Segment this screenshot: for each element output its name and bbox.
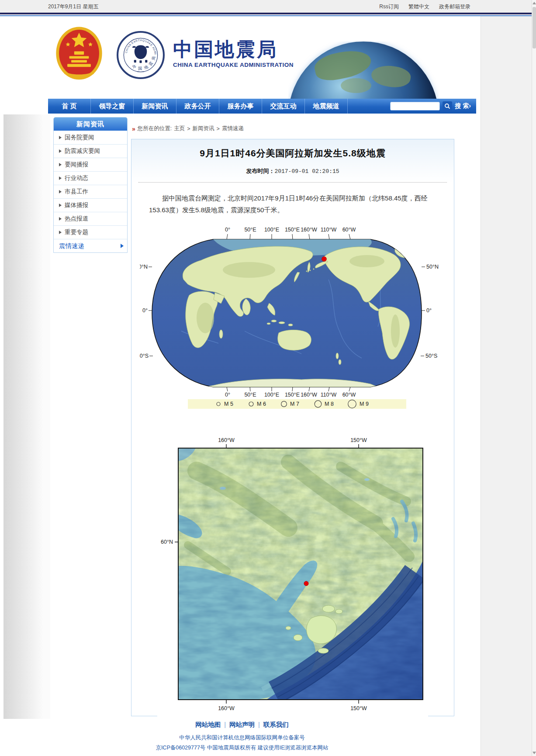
search-input[interactable] (390, 102, 440, 110)
legend-label: M 7 (290, 401, 299, 407)
footer-links: 网站地图|网站声明|联系我们 (3, 721, 481, 729)
nav-news[interactable]: 新闻资讯 (134, 99, 176, 114)
search-icon (444, 103, 450, 109)
lon-label: 0° (225, 392, 230, 398)
nav-search-area: 搜 索› (390, 99, 476, 114)
arrow-right-icon (59, 231, 62, 234)
site-title-cn: 中国地震局 (173, 39, 294, 60)
article-panel: 9月1日1时46分美国阿拉斯加发生5.8级地震 发布时间：2017-09-01 … (131, 139, 454, 716)
lon-label: 100°E (264, 392, 279, 398)
site-brand: 中国地震局 CHINA EARTHQUAKE ADMINISTRATION (173, 39, 294, 68)
lat-label: 50°N (426, 264, 439, 270)
legend-label: M 8 (325, 401, 334, 407)
publish-time: 2017-09-01 02:20:15 (274, 168, 339, 175)
sidebar-item-important-topics[interactable]: 重要专题 (54, 225, 127, 239)
breadcrumb: » 您所在的位置: 主页 > 新闻资讯 > 震情速递 (132, 125, 244, 132)
vertical-scrollbar[interactable] (532, 0, 536, 756)
lat-label: 50°S (140, 353, 149, 359)
lon-label: 160°W (218, 705, 235, 711)
nav-earthquake-channel[interactable]: 地震频道 (305, 99, 348, 114)
world-map-bottom-axis: 0° 50°E 100°E 150°E 160°W 110°W 60°W (225, 387, 356, 398)
region-map-svg: 160°W 150°W (157, 436, 428, 720)
rss-link[interactable]: Rss订阅 (379, 3, 399, 10)
arrow-right-icon (59, 149, 62, 153)
breadcrumb-separator: > (187, 126, 190, 132)
footer-statement-link[interactable]: 网站声明 (229, 721, 255, 728)
sidebar-item-label: 国务院要闻 (65, 134, 94, 142)
publish-label: 发布时间： (246, 168, 274, 174)
magnitude-legend: M 5 M 6 M 7 M 8 M 9 (188, 399, 406, 409)
sidebar-item-label: 热点报道 (65, 215, 88, 223)
sidebar-news: 新闻资讯 国务院要闻 防震减灾要闻 要闻播报 行业动态 市县工作 媒体播报 热点… (53, 117, 128, 253)
nav-gov-affairs[interactable]: 政务公开 (176, 99, 219, 114)
legend-label: M 5 (224, 401, 233, 407)
sidebar-item-disaster-reduction-news[interactable]: 防震减灾要闻 (54, 144, 127, 158)
footer-sitemap-link[interactable]: 网站地图 (195, 721, 221, 728)
sidebar-item-label: 行业动态 (65, 174, 88, 182)
sidebar-item-state-council-news[interactable]: 国务院要闻 (54, 131, 127, 144)
site-header: CHINA EARTHQUAKE ADMINISTRATION 中国地震局 中国… (3, 16, 481, 99)
search-label[interactable]: 搜 索› (455, 102, 471, 110)
lon-label: 50°E (244, 227, 256, 233)
regional-epicenter-map: 160°W 150°W (157, 436, 428, 721)
lon-label: 110°W (321, 392, 337, 398)
main-nav: 首 页 领导之窗 新闻资讯 政务公开 服务办事 交流互动 地震频道 搜 索› (48, 99, 476, 114)
article-header: 9月1日1时46分美国阿拉斯加发生5.8级地震 发布时间：2017-09-01 … (131, 139, 454, 183)
right-gutter (481, 16, 532, 756)
national-emblem (55, 26, 104, 82)
arrow-right-icon (59, 136, 62, 139)
scroll-up-icon[interactable] (533, 2, 536, 4)
arrow-right-icon (59, 217, 62, 221)
world-epicenter-map: 0° 50°E 100°E 150°E 160°W 110°W 60°W (140, 222, 446, 411)
ocean-texture (178, 448, 423, 700)
lon-label: 160°W (301, 392, 317, 398)
current-date: 2017年9月1日 星期五 (48, 3, 98, 10)
region-map-left-axis: 60°N (161, 539, 178, 545)
sidebar-item-label: 媒体播报 (65, 201, 88, 209)
left-gradient-strip (3, 114, 50, 719)
sidebar-item-earthquake-express[interactable]: 震情速递 (54, 239, 127, 252)
sidebar-item-industry-trends[interactable]: 行业动态 (54, 171, 127, 185)
arrow-right-icon (59, 204, 62, 207)
sidebar-item-news-broadcast[interactable]: 要闻播报 (54, 158, 127, 171)
world-map-top-axis: 0° 50°E 100°E 150°E 160°W 110°W 60°W (225, 227, 356, 239)
breadcrumb-earthquake-express[interactable]: 震情速递 (222, 125, 244, 132)
lat-label: 0° (426, 307, 432, 314)
nav-leadership[interactable]: 领导之窗 (91, 99, 134, 114)
breadcrumb-news[interactable]: 新闻资讯 (193, 125, 214, 132)
legend-label: M 6 (257, 401, 266, 407)
breadcrumb-prefix: 您所在的位置: (138, 125, 172, 132)
lon-label: 110°W (321, 227, 337, 233)
scroll-down-icon[interactable] (533, 752, 536, 754)
nav-services[interactable]: 服务办事 (219, 99, 262, 114)
lat-label: 60°N (161, 539, 173, 545)
lat-label: 50°S (425, 353, 437, 359)
breadcrumb-home[interactable]: 主页 (174, 125, 185, 132)
nav-home[interactable]: 首 页 (48, 99, 91, 114)
lon-label: 50°E (244, 392, 256, 398)
dotted-divider (138, 182, 447, 183)
nav-interaction[interactable]: 交流互动 (262, 99, 305, 114)
region-map-bottom-axis: 160°W 150°W (218, 700, 367, 711)
divider-navy (0, 13, 536, 14)
sidebar-item-hot-reports[interactable]: 热点报道 (54, 212, 127, 225)
site-title-en: CHINA EARTHQUAKE ADMINISTRATION (173, 62, 294, 68)
lon-label: 100°E (264, 227, 279, 233)
lon-label: 160°W (301, 227, 317, 233)
top-utility-bar: 2017年9月1日 星期五 Rss订阅 繁體中文 政务邮箱登录 (0, 0, 536, 13)
footer-registration-line: 中华人民共和国计算机信息网络国际联网单位备案号 (3, 734, 481, 742)
arrow-right-icon (59, 190, 62, 193)
sidebar-item-label: 要闻播报 (65, 161, 88, 169)
cea-seal: CHINA EARTHQUAKE ADMINISTRATION 中国地震局 (116, 31, 165, 79)
scrollbar-thumb[interactable] (533, 7, 536, 48)
sidebar-item-media-broadcast[interactable]: 媒体播报 (54, 198, 127, 212)
footer-contact-link[interactable]: 联系我们 (263, 721, 289, 728)
breadcrumb-separator: > (217, 126, 220, 132)
lon-label: 160°W (218, 437, 235, 443)
sidebar-item-city-county-work[interactable]: 市县工作 (54, 185, 127, 198)
traditional-chinese-link[interactable]: 繁體中文 (408, 3, 429, 10)
gov-mail-login-link[interactable]: 政务邮箱登录 (439, 3, 470, 10)
search-button[interactable] (443, 101, 452, 111)
legend-label: M 9 (360, 401, 369, 407)
sidebar-item-label: 重要专题 (65, 228, 88, 236)
